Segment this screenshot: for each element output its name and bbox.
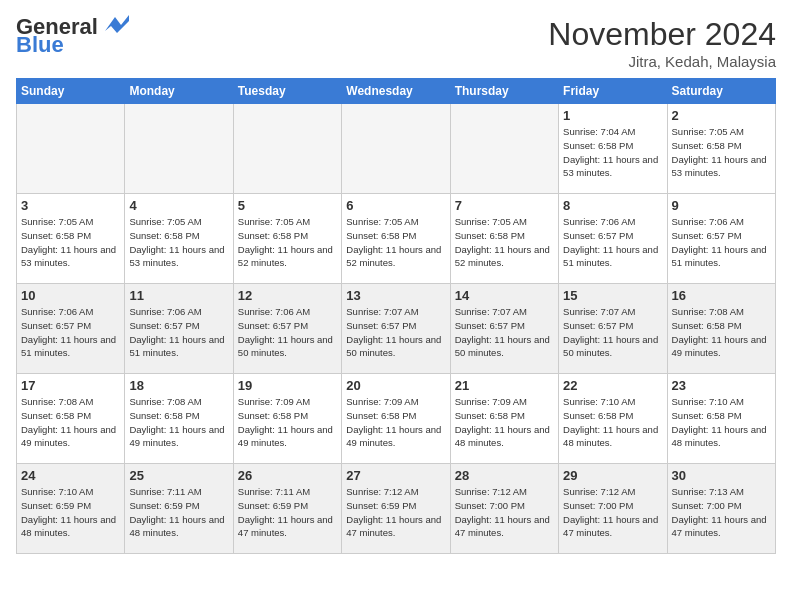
- calendar-cell: 21Sunrise: 7:09 AMSunset: 6:58 PMDayligh…: [450, 374, 558, 464]
- day-info: Sunrise: 7:10 AMSunset: 6:59 PMDaylight:…: [21, 485, 120, 540]
- calendar-cell: 17Sunrise: 7:08 AMSunset: 6:58 PMDayligh…: [17, 374, 125, 464]
- calendar-cell: [450, 104, 558, 194]
- calendar-header-row: SundayMondayTuesdayWednesdayThursdayFrid…: [17, 79, 776, 104]
- col-header-wednesday: Wednesday: [342, 79, 450, 104]
- day-number: 11: [129, 288, 228, 303]
- col-header-thursday: Thursday: [450, 79, 558, 104]
- calendar-cell: 30Sunrise: 7:13 AMSunset: 7:00 PMDayligh…: [667, 464, 775, 554]
- calendar-cell: 7Sunrise: 7:05 AMSunset: 6:58 PMDaylight…: [450, 194, 558, 284]
- day-number: 14: [455, 288, 554, 303]
- day-number: 9: [672, 198, 771, 213]
- day-info: Sunrise: 7:05 AMSunset: 6:58 PMDaylight:…: [455, 215, 554, 270]
- svg-marker-0: [105, 15, 129, 33]
- day-number: 29: [563, 468, 662, 483]
- calendar-cell: 6Sunrise: 7:05 AMSunset: 6:58 PMDaylight…: [342, 194, 450, 284]
- day-info: Sunrise: 7:05 AMSunset: 6:58 PMDaylight:…: [21, 215, 120, 270]
- calendar-cell: 29Sunrise: 7:12 AMSunset: 7:00 PMDayligh…: [559, 464, 667, 554]
- calendar-week-row: 10Sunrise: 7:06 AMSunset: 6:57 PMDayligh…: [17, 284, 776, 374]
- calendar-cell: 1Sunrise: 7:04 AMSunset: 6:58 PMDaylight…: [559, 104, 667, 194]
- day-info: Sunrise: 7:09 AMSunset: 6:58 PMDaylight:…: [455, 395, 554, 450]
- day-info: Sunrise: 7:05 AMSunset: 6:58 PMDaylight:…: [238, 215, 337, 270]
- calendar-cell: 16Sunrise: 7:08 AMSunset: 6:58 PMDayligh…: [667, 284, 775, 374]
- calendar-cell: 11Sunrise: 7:06 AMSunset: 6:57 PMDayligh…: [125, 284, 233, 374]
- day-number: 21: [455, 378, 554, 393]
- day-info: Sunrise: 7:05 AMSunset: 6:58 PMDaylight:…: [672, 125, 771, 180]
- calendar-cell: 22Sunrise: 7:10 AMSunset: 6:58 PMDayligh…: [559, 374, 667, 464]
- day-info: Sunrise: 7:08 AMSunset: 6:58 PMDaylight:…: [21, 395, 120, 450]
- title-block: November 2024 Jitra, Kedah, Malaysia: [548, 16, 776, 70]
- day-info: Sunrise: 7:05 AMSunset: 6:58 PMDaylight:…: [346, 215, 445, 270]
- calendar-cell: 14Sunrise: 7:07 AMSunset: 6:57 PMDayligh…: [450, 284, 558, 374]
- logo: General Blue: [16, 16, 129, 56]
- col-header-tuesday: Tuesday: [233, 79, 341, 104]
- calendar-cell: 15Sunrise: 7:07 AMSunset: 6:57 PMDayligh…: [559, 284, 667, 374]
- day-info: Sunrise: 7:10 AMSunset: 6:58 PMDaylight:…: [672, 395, 771, 450]
- day-info: Sunrise: 7:06 AMSunset: 6:57 PMDaylight:…: [238, 305, 337, 360]
- day-number: 24: [21, 468, 120, 483]
- calendar-cell: 10Sunrise: 7:06 AMSunset: 6:57 PMDayligh…: [17, 284, 125, 374]
- calendar-cell: [125, 104, 233, 194]
- day-number: 22: [563, 378, 662, 393]
- day-info: Sunrise: 7:05 AMSunset: 6:58 PMDaylight:…: [129, 215, 228, 270]
- day-number: 12: [238, 288, 337, 303]
- calendar-cell: 24Sunrise: 7:10 AMSunset: 6:59 PMDayligh…: [17, 464, 125, 554]
- calendar-cell: 5Sunrise: 7:05 AMSunset: 6:58 PMDaylight…: [233, 194, 341, 284]
- month-title: November 2024: [548, 16, 776, 53]
- calendar-week-row: 24Sunrise: 7:10 AMSunset: 6:59 PMDayligh…: [17, 464, 776, 554]
- day-number: 15: [563, 288, 662, 303]
- calendar-week-row: 17Sunrise: 7:08 AMSunset: 6:58 PMDayligh…: [17, 374, 776, 464]
- calendar-cell: 2Sunrise: 7:05 AMSunset: 6:58 PMDaylight…: [667, 104, 775, 194]
- calendar-cell: 28Sunrise: 7:12 AMSunset: 7:00 PMDayligh…: [450, 464, 558, 554]
- day-info: Sunrise: 7:06 AMSunset: 6:57 PMDaylight:…: [21, 305, 120, 360]
- day-info: Sunrise: 7:09 AMSunset: 6:58 PMDaylight:…: [346, 395, 445, 450]
- calendar-cell: [17, 104, 125, 194]
- day-info: Sunrise: 7:12 AMSunset: 7:00 PMDaylight:…: [563, 485, 662, 540]
- day-number: 19: [238, 378, 337, 393]
- calendar-cell: 8Sunrise: 7:06 AMSunset: 6:57 PMDaylight…: [559, 194, 667, 284]
- day-number: 20: [346, 378, 445, 393]
- calendar-cell: 20Sunrise: 7:09 AMSunset: 6:58 PMDayligh…: [342, 374, 450, 464]
- day-number: 25: [129, 468, 228, 483]
- day-number: 23: [672, 378, 771, 393]
- logo-bird-icon: [101, 13, 129, 37]
- day-number: 30: [672, 468, 771, 483]
- day-number: 7: [455, 198, 554, 213]
- header: General Blue November 2024 Jitra, Kedah,…: [16, 16, 776, 70]
- calendar-week-row: 3Sunrise: 7:05 AMSunset: 6:58 PMDaylight…: [17, 194, 776, 284]
- day-number: 4: [129, 198, 228, 213]
- day-info: Sunrise: 7:10 AMSunset: 6:58 PMDaylight:…: [563, 395, 662, 450]
- day-number: 28: [455, 468, 554, 483]
- day-number: 16: [672, 288, 771, 303]
- calendar-cell: 18Sunrise: 7:08 AMSunset: 6:58 PMDayligh…: [125, 374, 233, 464]
- day-number: 3: [21, 198, 120, 213]
- page: General Blue November 2024 Jitra, Kedah,…: [0, 0, 792, 570]
- day-number: 2: [672, 108, 771, 123]
- day-info: Sunrise: 7:07 AMSunset: 6:57 PMDaylight:…: [563, 305, 662, 360]
- calendar-cell: 9Sunrise: 7:06 AMSunset: 6:57 PMDaylight…: [667, 194, 775, 284]
- logo-blue: Blue: [16, 34, 64, 56]
- day-number: 1: [563, 108, 662, 123]
- day-info: Sunrise: 7:11 AMSunset: 6:59 PMDaylight:…: [238, 485, 337, 540]
- calendar-cell: 19Sunrise: 7:09 AMSunset: 6:58 PMDayligh…: [233, 374, 341, 464]
- calendar-cell: 4Sunrise: 7:05 AMSunset: 6:58 PMDaylight…: [125, 194, 233, 284]
- day-info: Sunrise: 7:13 AMSunset: 7:00 PMDaylight:…: [672, 485, 771, 540]
- day-number: 8: [563, 198, 662, 213]
- day-number: 6: [346, 198, 445, 213]
- day-number: 13: [346, 288, 445, 303]
- calendar-cell: 27Sunrise: 7:12 AMSunset: 6:59 PMDayligh…: [342, 464, 450, 554]
- day-info: Sunrise: 7:04 AMSunset: 6:58 PMDaylight:…: [563, 125, 662, 180]
- day-info: Sunrise: 7:08 AMSunset: 6:58 PMDaylight:…: [672, 305, 771, 360]
- day-info: Sunrise: 7:09 AMSunset: 6:58 PMDaylight:…: [238, 395, 337, 450]
- day-info: Sunrise: 7:12 AMSunset: 7:00 PMDaylight:…: [455, 485, 554, 540]
- calendar-cell: [342, 104, 450, 194]
- calendar-cell: 26Sunrise: 7:11 AMSunset: 6:59 PMDayligh…: [233, 464, 341, 554]
- col-header-saturday: Saturday: [667, 79, 775, 104]
- col-header-friday: Friday: [559, 79, 667, 104]
- day-info: Sunrise: 7:06 AMSunset: 6:57 PMDaylight:…: [563, 215, 662, 270]
- location: Jitra, Kedah, Malaysia: [548, 53, 776, 70]
- calendar-cell: 13Sunrise: 7:07 AMSunset: 6:57 PMDayligh…: [342, 284, 450, 374]
- col-header-sunday: Sunday: [17, 79, 125, 104]
- day-number: 26: [238, 468, 337, 483]
- calendar-cell: 12Sunrise: 7:06 AMSunset: 6:57 PMDayligh…: [233, 284, 341, 374]
- day-info: Sunrise: 7:12 AMSunset: 6:59 PMDaylight:…: [346, 485, 445, 540]
